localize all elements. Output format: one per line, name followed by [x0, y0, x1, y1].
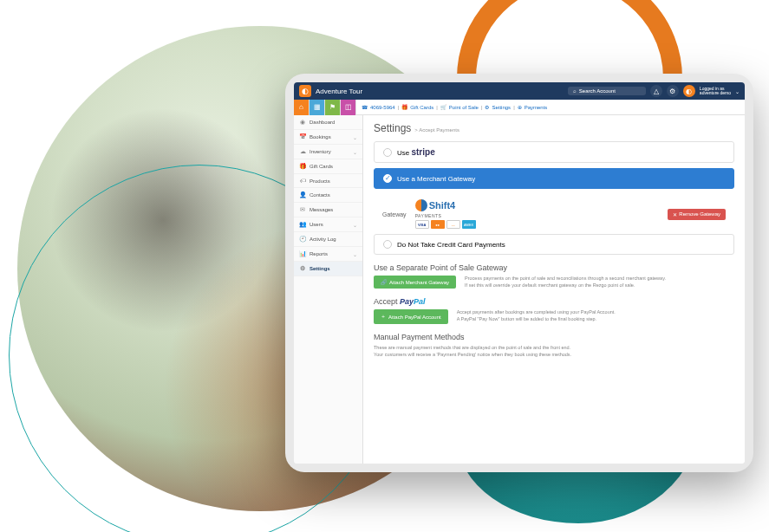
- search-input[interactable]: ⌕ Search Account: [568, 87, 646, 95]
- crumb-settings[interactable]: Settings: [492, 105, 511, 110]
- radio-icon: [383, 240, 392, 249]
- notifications-icon[interactable]: △: [650, 85, 662, 97]
- sidebar-item-label: Gift Cards: [310, 164, 333, 169]
- shift4-swirl-icon: [415, 199, 427, 211]
- main-content: Settings> Accept Payments Use stripe Use…: [363, 115, 745, 464]
- sidebar: ◉Dashboard📅Bookings⌄☁Inventory⌄🎁Gift Car…: [294, 115, 363, 464]
- separate-pos-description: Process payments on the point of sale an…: [465, 276, 666, 289]
- sidebar-item-bookings[interactable]: 📅Bookings⌄: [294, 130, 362, 145]
- sidebar-item-label: Contacts: [310, 192, 330, 198]
- discover-icon: —: [446, 220, 460, 229]
- sidebar-item-users[interactable]: 👥Users⌄: [294, 217, 362, 232]
- attach-paypal-button[interactable]: ＋ Attach PayPal Account: [374, 309, 448, 324]
- radio-icon: [383, 148, 392, 157]
- phone-icon: ☎: [362, 104, 368, 110]
- gift-icon: 🎁: [401, 104, 407, 110]
- sidebar-item-settings[interactable]: ⚙Settings: [294, 262, 362, 276]
- sidebar-icon: ☁: [299, 148, 306, 155]
- shift4-logo: Shift4: [415, 199, 476, 211]
- quick-tab-home[interactable]: ⌂: [294, 100, 310, 115]
- sidebar-item-label: Activity Log: [310, 237, 336, 242]
- chevron-down-icon[interactable]: ⌄: [735, 88, 740, 94]
- quick-tab-calendar[interactable]: ▦: [310, 100, 325, 115]
- breadcrumb: ☎ 4069-5964 | 🎁 Gift Cards | 🛒 Point of …: [356, 104, 552, 110]
- option-stripe-label: Use stripe: [397, 147, 435, 157]
- sidebar-icon: 👥: [299, 221, 306, 228]
- header-settings-icon[interactable]: ⚙: [667, 85, 679, 97]
- app-screen: ◐ Adventure Tour ⌕ Search Account △ ⚙ ◐ …: [294, 82, 745, 464]
- login-info: Logged in as adventure demo: [700, 87, 731, 96]
- attach-merchant-gateway-button[interactable]: 🔗 Attach Merchant Gateway: [374, 276, 456, 289]
- gateway-field-label: Gateway: [382, 211, 407, 217]
- sidebar-item-label: Dashboard: [310, 120, 335, 125]
- sidebar-icon: 📊: [299, 250, 306, 257]
- sidebar-item-label: Bookings: [310, 134, 331, 139]
- page-subtitle: > Accept Payments: [414, 127, 459, 133]
- crumb-pos[interactable]: Point of Sale: [449, 105, 479, 110]
- sidebar-item-label: Reports: [310, 251, 328, 256]
- sidebar-icon: ⚙: [299, 265, 306, 272]
- sidebar-item-messages[interactable]: ✉Messages: [294, 203, 362, 217]
- sidebar-icon: ◉: [299, 119, 306, 126]
- app-header: ◐ Adventure Tour ⌕ Search Account △ ⚙ ◐ …: [294, 82, 745, 100]
- radio-checked-icon: [383, 174, 392, 183]
- app-body: ◉Dashboard📅Bookings⌄☁Inventory⌄🎁Gift Car…: [294, 115, 745, 464]
- sidebar-item-label: Inventory: [310, 149, 331, 154]
- sidebar-item-reports[interactable]: 📊Reports⌄: [294, 247, 362, 262]
- paypal-logo: PayPal: [400, 297, 426, 306]
- accepted-cards: VISA ●● — AMEX: [415, 220, 476, 229]
- option-use-merchant-gateway[interactable]: Use a Merchant Gateway: [374, 168, 734, 189]
- gear-icon: ⚙: [485, 104, 489, 110]
- chevron-down-icon: ⌄: [353, 251, 357, 257]
- sidebar-item-dashboard[interactable]: ◉Dashboard: [294, 115, 362, 130]
- chevron-down-icon: ⌄: [353, 222, 357, 228]
- crumb-payments[interactable]: Payments: [525, 105, 548, 110]
- sidebar-item-products[interactable]: 🏷Products: [294, 174, 362, 188]
- avatar[interactable]: ◐: [683, 85, 695, 97]
- sidebar-icon: ✉: [299, 206, 306, 213]
- sidebar-icon: 🎁: [299, 163, 306, 170]
- search-placeholder: Search Account: [579, 88, 616, 94]
- crumb-account[interactable]: 4069-5964: [370, 105, 395, 110]
- mastercard-icon: ●●: [431, 220, 445, 229]
- tablet-device: ◐ Adventure Tour ⌕ Search Account △ ⚙ ◐ …: [285, 74, 753, 472]
- visa-icon: VISA: [415, 220, 429, 229]
- app-title: Adventure Tour: [316, 88, 362, 95]
- shift4-subtitle: PAYMENTS: [415, 213, 476, 218]
- sidebar-icon: 🕘: [299, 236, 306, 243]
- option-no-credit-cards[interactable]: Do Not Take Credit Card Payments: [374, 234, 734, 255]
- paypal-description: Accept payments after bookings are compl…: [457, 309, 616, 322]
- option-use-stripe[interactable]: Use stripe: [374, 141, 734, 163]
- breadcrumb-bar: ⌂ ▦ ⚑ ◫ ☎ 4069-5964 | 🎁 Gift Cards | 🛒 P…: [294, 100, 745, 115]
- sidebar-icon: 🏷: [299, 178, 306, 184]
- quick-tab-chart[interactable]: ◫: [341, 100, 356, 115]
- section-manual-title: Manual Payment Methods: [374, 333, 734, 341]
- sidebar-icon: 📅: [299, 133, 306, 140]
- chevron-down-icon: ⌄: [353, 149, 357, 155]
- shift4-gateway: Shift4 PAYMENTS VISA ●● — AMEX: [415, 199, 476, 229]
- remove-gateway-button[interactable]: ✕ Remove Gateway: [668, 209, 726, 220]
- sidebar-item-label: Products: [310, 178, 330, 184]
- search-icon: ⌕: [573, 88, 577, 94]
- sidebar-item-inventory[interactable]: ☁Inventory⌄: [294, 145, 362, 159]
- page-title: Settings> Accept Payments: [374, 122, 734, 134]
- plus-icon: ＋: [381, 313, 386, 321]
- sidebar-item-label: Users: [310, 222, 323, 227]
- manual-description: These are manual payment methods that ar…: [374, 345, 734, 358]
- section-paypal-title: Accept PayPal: [374, 297, 734, 306]
- chevron-down-icon: ⌄: [353, 134, 357, 140]
- payments-icon: ⊕: [518, 104, 522, 110]
- sidebar-item-gift-cards[interactable]: 🎁Gift Cards: [294, 159, 362, 174]
- app-logo-icon: ◐: [299, 85, 311, 97]
- sidebar-icon: 👤: [299, 191, 306, 198]
- link-icon: 🔗: [381, 279, 387, 285]
- sidebar-item-label: Settings: [310, 266, 330, 271]
- crumb-giftcards[interactable]: Gift Cards: [410, 105, 433, 110]
- amex-icon: AMEX: [462, 220, 476, 229]
- option-gateway-label: Use a Merchant Gateway: [397, 175, 475, 183]
- option-nocards-label: Do Not Take Credit Card Payments: [397, 241, 505, 249]
- sidebar-item-contacts[interactable]: 👤Contacts: [294, 188, 362, 203]
- sidebar-item-label: Messages: [310, 207, 333, 212]
- sidebar-item-activity-log[interactable]: 🕘Activity Log: [294, 232, 362, 247]
- quick-tab-cart[interactable]: ⚑: [325, 100, 341, 115]
